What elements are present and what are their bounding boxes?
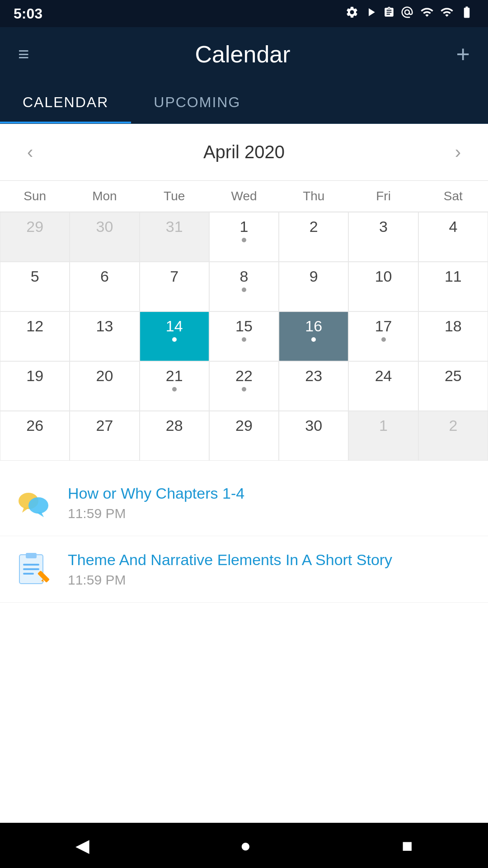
battery-icon	[459, 5, 474, 22]
event-time-1: 11:59 PM	[68, 506, 474, 521]
calendar-day[interactable]: 14	[140, 311, 209, 361]
day-number: 29	[26, 219, 43, 234]
calendar-day[interactable]: 30	[279, 411, 348, 461]
day-number: 29	[235, 418, 253, 433]
svg-point-2	[28, 497, 48, 514]
calendar-day[interactable]: 8	[209, 262, 279, 311]
back-button[interactable]: ◀	[66, 830, 99, 860]
calendar-day[interactable]: 10	[348, 262, 418, 311]
day-number: 5	[31, 269, 39, 284]
event-dot	[242, 337, 246, 342]
wifi-icon	[419, 5, 435, 22]
events-list: How or Why Chapters 1-4 11:59 PM Theme A…	[0, 461, 488, 612]
day-number: 13	[96, 318, 113, 334]
status-time: 5:03	[14, 5, 42, 22]
calendar-day[interactable]: 16	[279, 311, 348, 361]
event-item-2[interactable]: Theme And Narrative Elements In A Short …	[0, 536, 488, 603]
calendar-day[interactable]: 1	[209, 212, 279, 262]
bottom-navigation: ◀ ● ■	[0, 823, 488, 868]
calendar-day[interactable]: 12	[0, 311, 70, 361]
prev-month-button[interactable]: ‹	[18, 137, 42, 167]
status-bar: 5:03	[0, 0, 488, 27]
day-number: 7	[170, 269, 178, 284]
calendar-day[interactable]: 20	[70, 361, 139, 411]
svg-rect-8	[23, 573, 34, 575]
calendar-day[interactable]: 11	[418, 262, 488, 311]
calendar-day[interactable]: 7	[140, 262, 209, 311]
tab-bar: CALENDAR UPCOMING	[0, 81, 488, 124]
day-number: 6	[100, 269, 109, 284]
day-number: 1	[240, 219, 249, 234]
calendar-day[interactable]: 2	[279, 212, 348, 262]
calendar-day[interactable]: 9	[279, 262, 348, 311]
month-navigation: ‹ April 2020 ›	[0, 124, 488, 180]
home-button[interactable]: ●	[231, 831, 260, 860]
calendar-day[interactable]: 26	[0, 411, 70, 461]
tab-calendar[interactable]: CALENDAR	[0, 81, 131, 123]
calendar-day[interactable]: 23	[279, 361, 348, 411]
day-number: 2	[449, 418, 457, 433]
day-number: 30	[305, 418, 322, 433]
event-item-1[interactable]: How or Why Chapters 1-4 11:59 PM	[0, 470, 488, 536]
day-number: 10	[375, 269, 392, 284]
day-number: 17	[375, 318, 392, 334]
day-number: 31	[166, 219, 183, 234]
next-month-button[interactable]: ›	[446, 137, 470, 167]
day-number: 8	[240, 269, 249, 284]
calendar-day[interactable]: 24	[348, 361, 418, 411]
recents-button[interactable]: ■	[393, 831, 422, 860]
event-dot	[242, 387, 246, 392]
month-title: April 2020	[203, 142, 285, 162]
svg-rect-5	[26, 553, 37, 558]
event-icon-assignment	[14, 549, 54, 590]
settings-icon	[345, 5, 359, 22]
add-event-button[interactable]: +	[456, 41, 470, 68]
calendar-day[interactable]: 3	[348, 212, 418, 262]
calendar-day[interactable]: 29	[209, 411, 279, 461]
day-number: 16	[305, 318, 322, 334]
calendar-day[interactable]: 6	[70, 262, 139, 311]
day-number: 18	[445, 318, 462, 334]
day-number: 25	[445, 368, 462, 383]
day-number: 22	[235, 368, 253, 383]
calendar-day[interactable]: 29	[0, 212, 70, 262]
calendar-day[interactable]: 31	[140, 212, 209, 262]
calendar-day[interactable]: 25	[418, 361, 488, 411]
day-number: 12	[26, 318, 43, 334]
day-number: 3	[379, 219, 388, 234]
day-number: 30	[96, 219, 113, 234]
calendar-day[interactable]: 28	[140, 411, 209, 461]
calendar-day[interactable]: 27	[70, 411, 139, 461]
day-number: 11	[445, 269, 462, 284]
calendar-view: ‹ April 2020 › Sun Mon Tue Wed Thu Fri S…	[0, 124, 488, 461]
day-number: 28	[166, 418, 183, 433]
tab-upcoming[interactable]: UPCOMING	[131, 81, 263, 123]
calendar-day[interactable]: 5	[0, 262, 70, 311]
calendar-day[interactable]: 4	[418, 212, 488, 262]
calendar-day[interactable]: 18	[418, 311, 488, 361]
event-dot	[242, 288, 246, 292]
svg-rect-6	[23, 564, 39, 566]
day-number: 21	[166, 368, 183, 383]
day-number: 26	[26, 418, 43, 433]
menu-icon[interactable]: ≡	[18, 43, 29, 65]
day-header-sun: Sun	[0, 181, 70, 212]
clipboard-icon	[383, 5, 395, 22]
day-number: 2	[310, 219, 318, 234]
calendar-day[interactable]: 1	[348, 411, 418, 461]
app-header: ≡ Calendar +	[0, 27, 488, 81]
calendar-day[interactable]: 22	[209, 361, 279, 411]
day-number: 24	[375, 368, 392, 383]
calendar-day[interactable]: 17	[348, 311, 418, 361]
calendar-grid: 2930311234567891011121314151617181920212…	[0, 212, 488, 461]
calendar-day[interactable]: 15	[209, 311, 279, 361]
calendar-day[interactable]: 2	[418, 411, 488, 461]
signal-icon	[440, 5, 454, 22]
calendar-day[interactable]: 19	[0, 361, 70, 411]
at-icon	[400, 5, 414, 22]
calendar-day[interactable]: 13	[70, 311, 139, 361]
calendar-day[interactable]: 21	[140, 361, 209, 411]
day-header-fri: Fri	[348, 181, 418, 212]
calendar-day[interactable]: 30	[70, 212, 139, 262]
event-time-2: 11:59 PM	[68, 572, 474, 588]
